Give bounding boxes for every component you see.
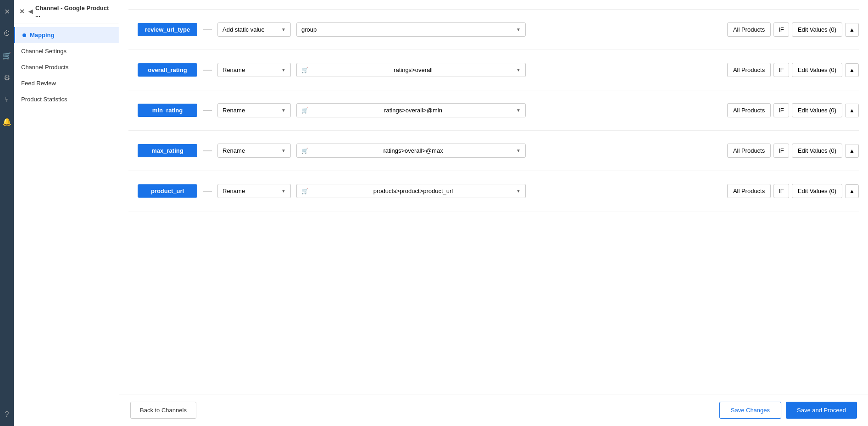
- right-controls-product_url: All Products IF Edit Values (0) ▲: [727, 184, 859, 198]
- action-select-product_url[interactable]: Rename ▼: [217, 184, 291, 198]
- expand-button-min_rating[interactable]: ▲: [845, 104, 859, 117]
- action-select-value-review_url_type: Add static value: [223, 26, 265, 33]
- action-select-value-product_url: Rename: [223, 188, 245, 194]
- cart-value-icon-min_rating: 🛒: [301, 107, 308, 114]
- partial-row: [128, 0, 859, 10]
- cart-icon[interactable]: 🛒: [0, 49, 14, 62]
- sidebar-item-channel-settings-label: Channel Settings: [21, 48, 67, 55]
- right-controls-review_url_type: All Products IF Edit Values (0) ▲: [727, 22, 859, 37]
- value-select-review_url_type[interactable]: group ▼: [296, 22, 526, 37]
- if-button-review_url_type[interactable]: IF: [773, 22, 789, 37]
- save-and-proceed-button[interactable]: Save and Proceed: [786, 402, 857, 419]
- cart-value-icon-product_url: 🛒: [301, 188, 308, 194]
- value-select-text-min_rating: ratings>overall>@min: [384, 107, 442, 114]
- value-select-text-max_rating: ratings>overall>@max: [383, 147, 443, 154]
- sidebar-item-channel-products-label: Channel Products: [21, 64, 68, 71]
- close-icon[interactable]: ✕: [0, 5, 14, 18]
- right-controls-overall_rating: All Products IF Edit Values (0) ▲: [727, 63, 859, 77]
- sidebar-item-feed-review[interactable]: Feed Review: [14, 75, 119, 91]
- value-select-min_rating[interactable]: 🛒 ratings>overall>@min ▼: [296, 103, 526, 117]
- edit-values-button-product_url[interactable]: Edit Values (0): [792, 184, 842, 198]
- sidebar-item-product-statistics[interactable]: Product Statistics: [14, 91, 119, 107]
- field-badge-max_rating: max_rating: [138, 144, 197, 157]
- mapping-row-min_rating: min_rating Rename ▼ 🛒 ratings>overall>@m…: [128, 90, 859, 131]
- mapping-row-max_rating: max_rating Rename ▼ 🛒 ratings>overall>@m…: [128, 131, 859, 171]
- right-controls-max_rating: All Products IF Edit Values (0) ▲: [727, 144, 859, 158]
- nav-header: ✕ ◀ Channel - Google Product ...: [14, 0, 119, 23]
- value-select-arrow-review_url_type: ▼: [516, 27, 521, 32]
- value-select-arrow-max_rating: ▼: [516, 148, 521, 153]
- field-badge-overall_rating: overall_rating: [138, 63, 197, 77]
- field-badge-product_url: product_url: [138, 184, 197, 198]
- mapping-row-review_url_type: review_url_type Add static value ▼ group…: [128, 10, 859, 50]
- if-button-product_url[interactable]: IF: [773, 184, 789, 198]
- mapping-row-overall_rating: overall_rating Rename ▼ 🛒 ratings>overal…: [128, 50, 859, 90]
- action-select-min_rating[interactable]: Rename ▼: [217, 103, 291, 117]
- value-select-arrow-min_rating: ▼: [516, 108, 521, 113]
- value-select-arrow-overall_rating: ▼: [516, 67, 521, 72]
- nav-items: Mapping Channel Settings Channel Product…: [14, 23, 119, 111]
- value-select-text-review_url_type: group: [301, 26, 317, 33]
- value-select-text-overall_rating: ratings>overall: [394, 66, 433, 73]
- mapping-rows-container: review_url_type Add static value ▼ group…: [128, 10, 859, 211]
- action-select-review_url_type[interactable]: Add static value ▼: [217, 22, 291, 37]
- action-select-overall_rating[interactable]: Rename ▼: [217, 63, 291, 77]
- connector-line-product_url: [203, 191, 212, 192]
- products-button-min_rating[interactable]: All Products: [727, 103, 771, 117]
- expand-button-max_rating[interactable]: ▲: [845, 144, 859, 158]
- expand-button-product_url[interactable]: ▲: [845, 184, 859, 198]
- nav-panel: ✕ ◀ Channel - Google Product ... Mapping…: [14, 0, 119, 426]
- sidebar-item-feed-review-label: Feed Review: [21, 80, 56, 87]
- edit-values-button-review_url_type[interactable]: Edit Values (0): [792, 22, 842, 37]
- nav-title: Channel - Google Product ...: [35, 5, 113, 18]
- sidebar-item-channel-products[interactable]: Channel Products: [14, 59, 119, 75]
- value-select-max_rating[interactable]: 🛒 ratings>overall>@max ▼: [296, 144, 526, 158]
- action-select-arrow-review_url_type: ▼: [281, 27, 286, 32]
- action-select-arrow-product_url: ▼: [281, 188, 286, 194]
- nav-close-icon[interactable]: ✕: [19, 8, 25, 15]
- active-bullet: [22, 33, 26, 37]
- footer-right: Save Changes Save and Proceed: [719, 402, 857, 419]
- edit-values-button-min_rating[interactable]: Edit Values (0): [792, 103, 842, 117]
- products-button-max_rating[interactable]: All Products: [727, 144, 771, 158]
- save-changes-button[interactable]: Save Changes: [719, 402, 781, 419]
- value-select-overall_rating[interactable]: 🛒 ratings>overall ▼: [296, 63, 526, 77]
- scroll-area: review_url_type Add static value ▼ group…: [119, 0, 868, 394]
- action-select-max_rating[interactable]: Rename ▼: [217, 144, 291, 158]
- action-select-value-max_rating: Rename: [223, 147, 245, 154]
- cart-value-icon-overall_rating: 🛒: [301, 67, 308, 73]
- bell-icon[interactable]: 🔔: [0, 115, 14, 128]
- action-select-arrow-max_rating: ▼: [281, 148, 286, 153]
- products-button-overall_rating[interactable]: All Products: [727, 63, 771, 77]
- back-to-channels-button[interactable]: Back to Channels: [130, 402, 196, 419]
- products-button-product_url[interactable]: All Products: [727, 184, 771, 198]
- edit-values-button-max_rating[interactable]: Edit Values (0): [792, 144, 842, 158]
- help-icon[interactable]: ?: [0, 408, 14, 421]
- connector-line-review_url_type: [203, 29, 212, 30]
- fork-icon[interactable]: ⑂: [0, 93, 14, 106]
- nav-arrow-icon: ◀: [28, 8, 33, 15]
- right-controls-min_rating: All Products IF Edit Values (0) ▲: [727, 103, 859, 117]
- value-select-text-product_url: products>product>product_url: [373, 188, 453, 194]
- sidebar-item-mapping-label: Mapping: [30, 32, 54, 39]
- products-button-review_url_type[interactable]: All Products: [727, 22, 771, 37]
- connector-line-max_rating: [203, 150, 212, 151]
- edit-values-button-overall_rating[interactable]: Edit Values (0): [792, 63, 842, 77]
- sidebar-item-mapping[interactable]: Mapping: [14, 27, 119, 43]
- expand-button-review_url_type[interactable]: ▲: [845, 23, 859, 37]
- value-select-product_url[interactable]: 🛒 products>product>product_url ▼: [296, 184, 526, 198]
- if-button-min_rating[interactable]: IF: [773, 103, 789, 117]
- settings-icon[interactable]: ⚙: [0, 71, 14, 84]
- sidebar-item-channel-settings[interactable]: Channel Settings: [14, 43, 119, 59]
- connector-line-min_rating: [203, 110, 212, 111]
- connector-line-overall_rating: [203, 70, 212, 71]
- cart-value-icon-max_rating: 🛒: [301, 148, 308, 154]
- mapping-row-product_url: product_url Rename ▼ 🛒 products>product>…: [128, 171, 859, 211]
- if-button-max_rating[interactable]: IF: [773, 144, 789, 158]
- if-button-overall_rating[interactable]: IF: [773, 63, 789, 77]
- expand-button-overall_rating[interactable]: ▲: [845, 63, 859, 77]
- main-content: review_url_type Add static value ▼ group…: [119, 0, 868, 426]
- action-select-value-min_rating: Rename: [223, 107, 245, 114]
- sidebar-item-product-statistics-label: Product Statistics: [21, 96, 67, 103]
- clock-icon[interactable]: ⏱: [0, 27, 14, 40]
